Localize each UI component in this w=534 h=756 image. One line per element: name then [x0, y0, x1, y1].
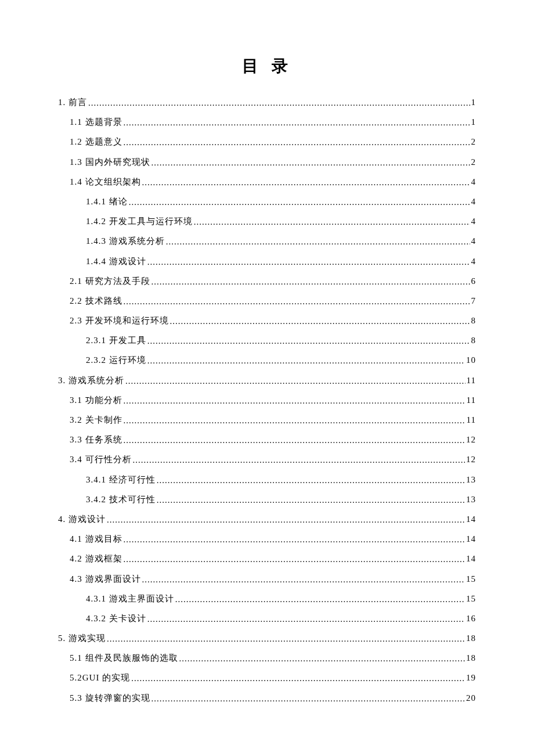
toc-entry-page: 11 — [467, 370, 476, 390]
toc-entry-label: 4. 游戏设计 — [58, 509, 106, 529]
toc-entry: 5.1 组件及民族服饰的选取18 — [58, 648, 476, 668]
toc-entry-page: 12 — [466, 430, 476, 449]
toc-entry: 2.3 开发环境和运行环境8 — [58, 311, 476, 330]
toc-entry: 2.3.2 运行环境10 — [58, 350, 476, 370]
toc-entry-page: 11 — [467, 410, 476, 430]
toc-entry: 3.4.2 技术可行性13 — [58, 489, 476, 509]
toc-entry: 1.3 国内外研究现状2 — [58, 152, 476, 172]
toc-list: 1. 前言11.1 选题背景11.2 选题意义21.3 国内外研究现状21.4 … — [58, 92, 476, 708]
toc-entry-page: 2 — [471, 132, 477, 152]
toc-entry-label: 2.1 研究方法及手段 — [70, 271, 150, 291]
toc-entry-label: 1.2 选题意义 — [70, 132, 122, 152]
toc-dot-leader — [157, 490, 465, 510]
toc-entry-label: 2.3 开发环境和运行环境 — [70, 311, 169, 330]
toc-entry-page: 8 — [471, 311, 477, 330]
toc-entry-label: 3.4.2 技术可行性 — [86, 489, 156, 509]
toc-dot-leader — [124, 430, 466, 450]
toc-entry-label: 1.1 选题背景 — [70, 112, 122, 132]
toc-entry-label: 1. 前言 — [58, 92, 87, 112]
toc-dot-leader — [151, 272, 470, 291]
toc-dot-leader — [124, 411, 466, 430]
toc-entry-page: 4 — [471, 231, 477, 251]
toc-entry-label: 3.2 关卡制作 — [70, 410, 122, 430]
toc-dot-leader — [194, 212, 470, 232]
toc-entry-page: 7 — [471, 291, 477, 311]
toc-dot-leader — [147, 252, 470, 272]
toc-entry-page: 18 — [466, 628, 476, 648]
toc-dot-leader — [133, 450, 466, 470]
toc-entry-label: 4.3.2 关卡设计 — [86, 609, 146, 628]
toc-entry-page: 12 — [466, 449, 476, 469]
toc-dot-leader — [166, 232, 470, 251]
toc-entry-page: 13 — [466, 489, 476, 509]
toc-entry: 1.4 论文组织架构4 — [58, 172, 476, 192]
toc-entry-label: 1.4.1 绪论 — [86, 192, 128, 211]
toc-dot-leader — [129, 192, 470, 212]
toc-entry-page: 15 — [466, 569, 476, 589]
toc-entry: 4.1 游戏目标14 — [58, 529, 476, 549]
toc-entry: 4. 游戏设计14 — [58, 509, 476, 529]
toc-entry: 2.3.1 开发工具8 — [58, 330, 476, 350]
toc-entry: 5.2GUI 的实现19 — [58, 668, 476, 687]
toc-entry: 3.4.1 经济可行性13 — [58, 470, 476, 489]
toc-entry-label: 4.1 游戏目标 — [70, 529, 122, 549]
toc-dot-leader — [124, 113, 470, 132]
toc-entry-label: 5.2GUI 的实现 — [70, 668, 130, 687]
toc-dot-leader — [147, 351, 465, 370]
toc-dot-leader — [147, 609, 465, 629]
toc-entry-label: 1.4 论文组织架构 — [70, 172, 141, 192]
toc-entry: 1.4.2 开发工具与运行环境4 — [58, 211, 476, 231]
toc-title: 目 录 — [58, 55, 476, 77]
toc-entry-page: 6 — [471, 271, 477, 291]
toc-entry: 5.3 旋转弹窗的实现20 — [58, 688, 476, 708]
toc-entry-label: 2.3.2 运行环境 — [86, 350, 146, 370]
toc-entry: 1.4.1 绪论4 — [58, 192, 476, 211]
toc-entry-label: 4.3.1 游戏主界面设计 — [86, 589, 174, 609]
toc-entry: 1.4.4 游戏设计4 — [58, 251, 476, 271]
toc-dot-leader — [124, 391, 466, 411]
toc-entry-page: 14 — [466, 509, 476, 529]
toc-dot-leader — [151, 689, 466, 708]
toc-entry: 4.3.2 关卡设计16 — [58, 609, 476, 628]
toc-dot-leader — [179, 649, 466, 668]
toc-entry-page: 2 — [471, 152, 477, 172]
toc-entry: 4.2 游戏框架14 — [58, 549, 476, 568]
toc-entry-label: 3. 游戏系统分析 — [58, 370, 124, 390]
toc-dot-leader — [125, 371, 466, 391]
toc-entry: 3.1 功能分析11 — [58, 390, 476, 410]
toc-dot-leader — [124, 549, 466, 569]
toc-entry: 3.3 任务系统12 — [58, 430, 476, 449]
toc-entry-page: 4 — [471, 192, 477, 211]
toc-dot-leader — [142, 172, 470, 192]
toc-entry-page: 4 — [471, 251, 477, 271]
toc-dot-leader — [124, 132, 470, 152]
toc-dot-leader — [107, 629, 465, 649]
toc-entry-page: 14 — [466, 529, 476, 549]
toc-entry-label: 4.3 游戏界面设计 — [70, 569, 141, 589]
toc-dot-leader — [88, 93, 470, 113]
toc-entry: 3. 游戏系统分析11 — [58, 370, 476, 390]
toc-entry-label: 1.4.2 开发工具与运行环境 — [86, 211, 193, 231]
toc-entry-page: 20 — [466, 688, 476, 708]
toc-entry: 4.3 游戏界面设计15 — [58, 569, 476, 589]
toc-entry-label: 3.4 可行性分析 — [70, 449, 132, 469]
toc-dot-leader — [107, 510, 465, 530]
toc-entry-label: 1.4.4 游戏设计 — [86, 251, 146, 271]
toc-dot-leader — [142, 570, 466, 589]
toc-entry-page: 15 — [466, 589, 476, 609]
toc-entry: 1.1 选题背景1 — [58, 112, 476, 132]
toc-dot-leader — [151, 153, 470, 172]
toc-entry: 2.1 研究方法及手段6 — [58, 271, 476, 291]
toc-entry-page: 10 — [466, 350, 476, 370]
toc-dot-leader — [124, 291, 470, 311]
toc-entry-page: 18 — [466, 648, 476, 668]
toc-entry-label: 1.4.3 游戏系统分析 — [86, 231, 165, 251]
toc-entry-page: 13 — [466, 470, 476, 489]
toc-entry-label: 2.3.1 开发工具 — [86, 330, 146, 350]
toc-entry-label: 3.1 功能分析 — [70, 390, 122, 410]
toc-entry-label: 2.2 技术路线 — [70, 291, 122, 311]
toc-dot-leader — [157, 470, 465, 490]
toc-entry-label: 5.1 组件及民族服饰的选取 — [70, 648, 178, 668]
toc-entry: 3.4 可行性分析12 — [58, 449, 476, 469]
toc-entry-page: 4 — [471, 172, 477, 192]
